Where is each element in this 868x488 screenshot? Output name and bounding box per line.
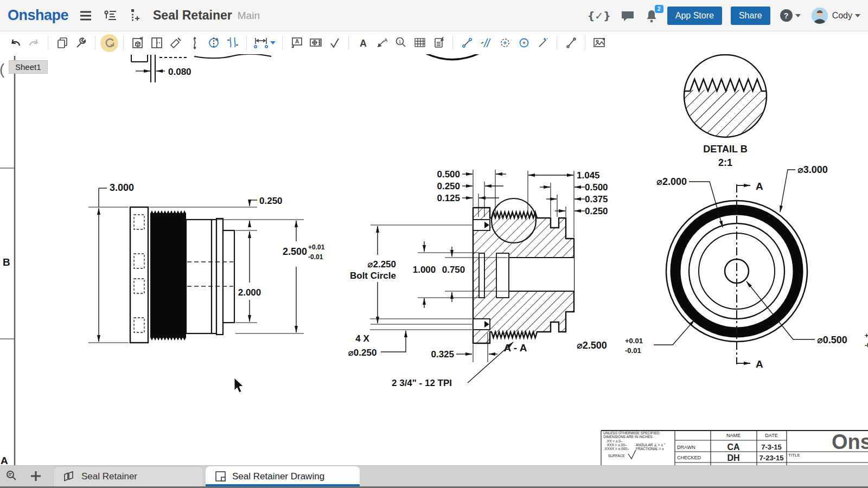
dia-3000[interactable]: ⌀3.000 [797, 164, 828, 175]
section-dim-0500-left[interactable]: 0.500 [437, 169, 460, 179]
front-view[interactable]: 3.000 0.250 2.500 +0.01 -0.01 2.000 [88, 182, 325, 343]
section-dim-0500-right[interactable]: 0.500 [585, 182, 608, 192]
section-dim-0125-left[interactable]: 0.125 [437, 193, 460, 203]
update-views-button[interactable] [100, 34, 118, 52]
dia-2500[interactable]: ⌀2.500 [577, 340, 607, 351]
add-tab-button[interactable] [24, 466, 48, 486]
callout-button[interactable] [307, 34, 324, 52]
onshape-logo[interactable]: Onshape [8, 7, 68, 24]
bom-button[interactable] [430, 34, 448, 52]
app-store-button[interactable]: App Store [667, 7, 722, 25]
measure-button[interactable] [562, 34, 580, 52]
undo-icon [9, 36, 22, 49]
sheets-icon [56, 36, 69, 49]
section-dim-0250-right[interactable]: 0.250 [585, 206, 608, 216]
redo-button[interactable] [25, 34, 43, 52]
broken-view-button[interactable] [224, 34, 241, 52]
section-arrow-top-label: A [756, 181, 763, 192]
section-dim-0375[interactable]: 0.375 [585, 194, 608, 204]
section-dim-1045[interactable]: 1.045 [577, 170, 600, 181]
dimension-button[interactable] [252, 34, 270, 52]
branch-history-icon [128, 8, 140, 23]
text-button[interactable]: A [354, 34, 372, 52]
section-dim-0250-left[interactable]: 0.250 [437, 181, 460, 191]
dim-2500-tol-minus: -0.01 [308, 253, 323, 261]
dim-2500[interactable]: 2.500 [283, 246, 307, 257]
history-button[interactable] [128, 8, 140, 23]
centerline-button[interactable] [477, 34, 495, 52]
detail-view-button[interactable]: 1 [392, 34, 410, 52]
comments-button[interactable] [621, 9, 635, 22]
insert-image-button[interactable] [590, 34, 608, 52]
front-geometry [130, 207, 234, 343]
thread-note[interactable]: 2 3/4" - 12 TPI [392, 378, 452, 388]
sketch-line-button[interactable] [458, 34, 476, 52]
auxiliary-view-button[interactable] [167, 34, 184, 52]
break-line-icon [189, 36, 200, 50]
leader-text-icon: A [375, 36, 389, 49]
tb-note-5: .XXXX = ±.000– [604, 447, 629, 451]
workspace-name[interactable]: Main [238, 10, 260, 22]
table-button[interactable] [411, 34, 429, 52]
sheet-properties-button[interactable] [53, 34, 71, 52]
end-view[interactable]: A A ⌀2.000 ⌀3.000 ⌀2.500 +0.01 -0.01 ⌀0.… [577, 164, 868, 370]
document-title[interactable]: Seal Retainer [153, 8, 232, 23]
holes-dia[interactable]: ⌀0.250 [348, 348, 377, 358]
share-button[interactable]: Share [731, 7, 770, 25]
bom-icon [432, 36, 446, 50]
version-control-button[interactable]: {✓} [588, 10, 611, 22]
auxiliary-view-icon [169, 36, 183, 50]
notifications-button[interactable]: 2 [644, 9, 659, 23]
tb-note-4: .XXX = ±.00– [606, 443, 627, 447]
section-label: A - A [504, 342, 527, 354]
trim-icon [537, 36, 550, 49]
undo-button[interactable] [6, 34, 24, 52]
versions-button[interactable] [103, 9, 117, 23]
break-line-button[interactable] [186, 34, 203, 52]
dim-0250-front[interactable]: 0.250 [259, 196, 283, 206]
dia-2000[interactable]: ⌀2.000 [656, 176, 687, 187]
sheet-tab-label[interactable]: Sheet1 [9, 60, 48, 74]
note-button[interactable]: A [288, 34, 305, 52]
help-menu-button[interactable]: ? [780, 9, 801, 22]
bolt-circle-label: Bolt Circle [350, 271, 396, 281]
tb-surface: SURFACE [608, 454, 625, 458]
tab-drawing[interactable]: Seal Retainer Drawing [206, 466, 360, 486]
section-view-button[interactable]: A [205, 34, 222, 52]
bolt-circle-dia[interactable]: ⌀2.250 [367, 259, 396, 269]
insert-view-button[interactable] [129, 34, 146, 52]
sheet-bracket-icon: ( [0, 61, 4, 78]
section-dim-0325[interactable]: 0.325 [431, 349, 454, 359]
tab-part-studio[interactable]: Seal Retainer [53, 466, 203, 486]
tb-col-name: NAME [726, 433, 741, 438]
section-dim-1000[interactable]: 1.000 [413, 265, 436, 275]
leader-text-button[interactable]: A [373, 34, 391, 52]
user-menu[interactable]: Cody [832, 11, 852, 21]
holes-count[interactable]: 4 X [355, 333, 369, 344]
top-partial-view[interactable]: 0.080 [131, 55, 192, 82]
section-dim-0750[interactable]: 0.750 [442, 265, 465, 275]
dimension-icon [253, 36, 269, 50]
center-mark-button[interactable] [496, 34, 514, 52]
surface-finish-button[interactable] [326, 34, 343, 52]
dim-3000[interactable]: 3.000 [110, 182, 134, 193]
sketch-trim-button[interactable] [534, 34, 552, 52]
section-view-icon: A [207, 36, 221, 50]
zone-letter-a: A [1, 455, 8, 466]
dia-0500-tol-plus: +0.0 [865, 332, 868, 339]
tb-logo-partial: Ons [832, 431, 868, 453]
avatar[interactable] [812, 8, 828, 24]
dia-0500[interactable]: ⌀0.500 [817, 335, 847, 345]
drawing-sheet[interactable]: B A 0.080 [0, 0, 868, 488]
main-menu-button[interactable] [79, 9, 92, 22]
dimension-dropdown[interactable] [270, 41, 276, 44]
search-tabs-button[interactable] [0, 466, 24, 486]
view-layout-button[interactable] [148, 34, 165, 52]
detail-view-b[interactable]: DETAIL B 2:1 [682, 52, 769, 168]
dim-2000[interactable]: 2.000 [238, 287, 261, 298]
sketch-circle-button[interactable] [515, 34, 533, 52]
drawing-toolbar: A A A A 1 [0, 31, 868, 54]
section-view[interactable]: 0.500 0.250 0.125 1.045 0.500 0.375 0.25… [348, 169, 608, 388]
drawing-properties-button[interactable] [72, 34, 90, 52]
dim-0080[interactable]: 0.080 [168, 67, 192, 77]
